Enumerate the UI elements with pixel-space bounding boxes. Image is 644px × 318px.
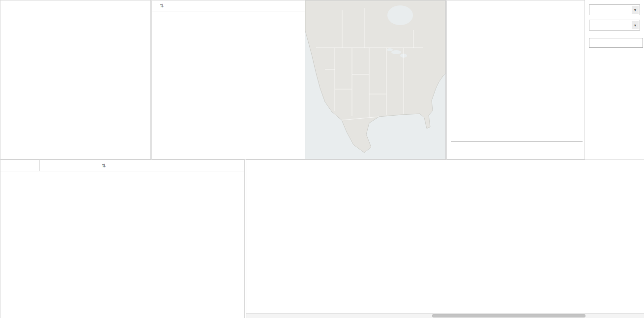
horizontal-scrollbar[interactable] bbox=[246, 313, 644, 318]
balance-by-due-date-panel bbox=[446, 0, 585, 159]
balance-chart-title bbox=[447, 0, 585, 3]
branch-filter-dropdown[interactable]: ▼ bbox=[589, 20, 640, 31]
salesperson-column-header[interactable]: ⇅ bbox=[152, 0, 305, 11]
chevron-down-icon[interactable]: ▼ bbox=[632, 6, 639, 14]
customer-column-header[interactable]: ⇅ bbox=[40, 160, 244, 171]
debt-risk-column-header[interactable] bbox=[0, 160, 40, 171]
filter-controls: ▼ ▼ bbox=[585, 0, 644, 159]
sort-icon[interactable]: ⇅ bbox=[160, 3, 164, 8]
balance-chart-plot bbox=[451, 26, 583, 142]
balance-chart-x-axis bbox=[451, 142, 583, 159]
salesperson-panel: ⇅ bbox=[151, 0, 306, 159]
aging-details-header bbox=[246, 160, 644, 163]
aging-details-panel bbox=[246, 159, 644, 318]
scrollbar-thumb[interactable] bbox=[432, 314, 585, 318]
cust-id-name-input[interactable] bbox=[589, 38, 643, 48]
debt-risk-panel: ⇅ bbox=[0, 159, 245, 318]
summary-panel bbox=[0, 0, 151, 159]
map-panel[interactable] bbox=[305, 0, 446, 159]
total-row bbox=[0, 4, 150, 13]
sort-icon[interactable]: ⇅ bbox=[102, 163, 106, 168]
debt-table-header: ⇅ bbox=[0, 160, 244, 171]
map-marks-layer bbox=[305, 0, 445, 159]
chevron-down-icon[interactable]: ▼ bbox=[632, 21, 639, 29]
aging-filter-dropdown[interactable]: ▼ bbox=[589, 4, 640, 15]
